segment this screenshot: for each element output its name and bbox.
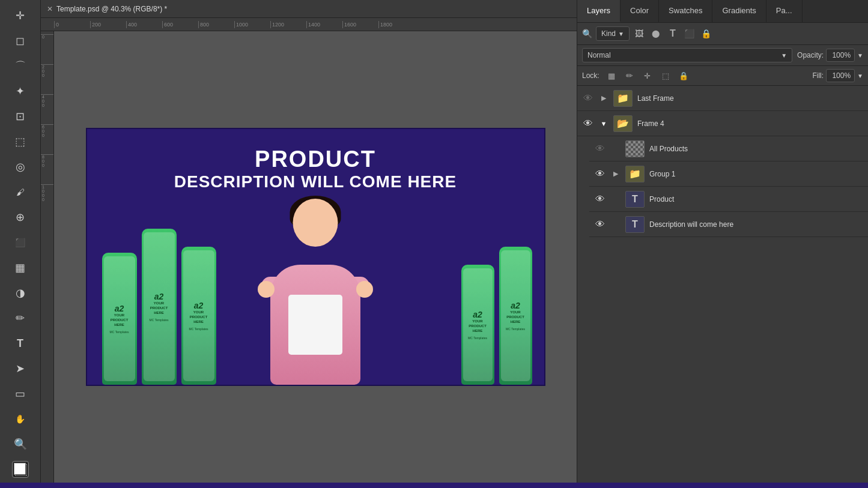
canvas-viewport[interactable]: PRODUCT DESCRIPTION WILL COME HERE a2 YO… <box>54 31 577 483</box>
tab-color[interactable]: Color <box>621 0 659 22</box>
blend-mode-value: Normal <box>587 51 611 59</box>
fill-input[interactable]: 100% <box>826 69 855 82</box>
move-tool[interactable]: ✛ <box>10 5 31 26</box>
filter-shape-icon[interactable]: ⬛ <box>684 28 696 40</box>
lock-all-icon[interactable]: 🔒 <box>678 70 690 82</box>
bag-2: a2 YOURPRODUCTHERE MC Templates <box>142 229 177 385</box>
layer-item-frame-4[interactable]: 👁 ▼ 📂 Frame 4 <box>577 111 868 136</box>
lock-row: Lock: ▦ ✏ ✛ ⬚ 🔒 Fill: 100% ▼ <box>577 66 868 86</box>
opacity-chevron-icon[interactable]: ▼ <box>857 52 863 59</box>
side-ruler: 0 200 400 600 800 1000 <box>41 31 54 483</box>
canvas-with-side-ruler: 0 200 400 600 800 1000 PRODUCT DESCRIPTI… <box>41 31 577 483</box>
canvas-area: ✕ Template.psd @ 40.3% (RGB/8*) * 0 200 … <box>41 0 577 483</box>
brush-tool[interactable]: 🖌 <box>10 181 31 203</box>
layer-thumbnail-text: T <box>625 216 645 233</box>
side-ruler-mark: 400 <box>41 94 53 124</box>
filter-pixel-icon[interactable]: 🖼 <box>633 28 645 40</box>
layer-expand-icon[interactable]: ▶ <box>599 94 609 103</box>
side-ruler-mark: 600 <box>41 124 53 154</box>
tab-pa[interactable]: Pa... <box>766 0 803 22</box>
layer-thumbnail-folder: 📂 <box>613 115 633 132</box>
ruler-mark: 1400 <box>306 21 342 28</box>
opacity-input[interactable]: 100% <box>826 49 855 62</box>
clone-tool[interactable]: ⊕ <box>10 206 31 228</box>
type-tool[interactable]: T <box>10 333 31 354</box>
crop-tool[interactable]: ⊡ <box>10 106 31 127</box>
bag-r1: a2 YOURPRODUCTHERE MC Templates <box>461 265 494 385</box>
lock-label: Lock: <box>582 71 599 80</box>
blend-mode-dropdown[interactable]: Normal ▼ <box>582 48 792 62</box>
layer-visibility-toggle[interactable]: 👁 <box>594 168 606 180</box>
canvas-text-overlay: PRODUCT DESCRIPTION WILL COME HERE <box>87 147 544 191</box>
layer-thumbnail-smart <box>625 140 645 157</box>
layer-item-all-products[interactable]: 👁 ▶ All Products <box>589 136 868 161</box>
dodge-tool[interactable]: ◑ <box>10 282 31 304</box>
opacity-label: Opacity: <box>797 51 824 59</box>
document-tab-bar: ✕ Template.psd @ 40.3% (RGB/8*) * <box>41 0 577 18</box>
filter-smart-icon[interactable]: 🔒 <box>700 28 712 40</box>
left-bags-group: a2 YOURPRODUCTHERE MC Templates a2 YOURP… <box>102 217 216 385</box>
layer-visibility-toggle[interactable]: 👁 <box>594 218 606 230</box>
tab-gradients[interactable]: Gradients <box>712 0 766 22</box>
path-select-tool[interactable]: ➤ <box>10 358 31 379</box>
layer-name: Frame 4 <box>637 119 863 128</box>
side-ruler-mark: 1000 <box>41 184 53 214</box>
gradient-tool[interactable]: ▦ <box>10 257 31 279</box>
lock-image-pixels-icon[interactable]: ✏ <box>624 70 636 82</box>
filter-icons-group: 🖼 ⬤ T ⬛ 🔒 <box>633 28 712 40</box>
blend-mode-row: Normal ▼ Opacity: 100% ▼ <box>577 45 868 66</box>
eyedropper-tool[interactable]: ⬚ <box>10 131 31 152</box>
layer-expand-icon[interactable]: ▶ <box>611 169 621 179</box>
fill-chevron-icon[interactable]: ▼ <box>857 73 863 79</box>
layer-name: All Products <box>649 145 863 153</box>
magic-wand-tool[interactable]: ✦ <box>10 80 31 102</box>
filter-adjustment-icon[interactable]: ⬤ <box>650 28 662 40</box>
top-area: ✛ ◻ ⌒ ✦ ⊡ ⬚ ◎ 🖌 ⊕ ⬛ ▦ ◑ ✏ T ➤ ▭ ✋ 🔍 ✕ Te… <box>0 0 868 483</box>
tab-close-button[interactable]: ✕ <box>47 5 53 13</box>
panel-tabs: Layers Color Swatches Gradients Pa... <box>577 0 868 23</box>
layer-item-last-frame[interactable]: 👁 ▶ 📁 Last Frame <box>577 86 868 111</box>
layer-name: Last Frame <box>637 94 863 103</box>
chevron-down-icon: ▼ <box>618 31 624 37</box>
hand-tool[interactable]: ✋ <box>10 408 31 430</box>
lock-position-icon[interactable]: ✛ <box>642 70 654 82</box>
layers-panel: 🔍 Kind ▼ 🖼 ⬤ T ⬛ 🔒 Normal ▼ <box>577 23 868 483</box>
ruler-mark: 1600 <box>342 21 378 28</box>
lock-transparent-pixels-icon[interactable]: ▦ <box>605 70 618 82</box>
folder-open-icon: 📂 <box>617 118 629 129</box>
layer-item-group-1[interactable]: 👁 ▶ 📁 Group 1 <box>589 161 868 187</box>
layer-thumbnail-text: T <box>625 191 645 208</box>
layer-item-product[interactable]: 👁 ▶ T Product <box>589 187 868 212</box>
lock-artboard-icon[interactable]: ⬚ <box>660 70 672 82</box>
side-ruler-mark: 0 <box>41 34 53 64</box>
foreground-color[interactable] <box>12 461 29 478</box>
marquee-tool[interactable]: ◻ <box>10 30 31 52</box>
folder-icon: 📁 <box>617 92 629 104</box>
tab-layers[interactable]: Layers <box>577 0 621 22</box>
ruler-marks: 0 200 400 600 800 1000 1200 1400 1600 18… <box>54 21 414 28</box>
lasso-tool[interactable]: ⌒ <box>10 55 31 77</box>
layer-visibility-toggle[interactable]: 👁 <box>582 118 594 130</box>
layer-visibility-toggle[interactable]: 👁 <box>582 92 594 104</box>
layer-visibility-toggle[interactable]: 👁 <box>594 143 606 155</box>
shape-tool[interactable]: ▭ <box>10 383 31 405</box>
ruler-mark: 0 <box>54 21 90 28</box>
bottom-promo-area: FREE CUSTOMIZABLE Ps <box>0 483 868 488</box>
folder-icon: 📁 <box>629 168 641 179</box>
filter-type-icon[interactable]: T <box>667 28 679 40</box>
document-tab-title[interactable]: Template.psd @ 40.3% (RGB/8*) * <box>56 5 167 13</box>
layer-name: Description will come here <box>649 220 863 229</box>
side-ruler-mark: 200 <box>41 64 53 94</box>
zoom-tool[interactable]: 🔍 <box>10 433 31 455</box>
layer-item-description[interactable]: 👁 ▶ T Description will come here <box>589 212 868 237</box>
bag-1: a2 YOURPRODUCTHERE MC Templates <box>102 253 137 385</box>
ruler-mark: 1200 <box>270 21 306 28</box>
pen-tool[interactable]: ✏ <box>10 307 31 329</box>
eraser-tool[interactable]: ⬛ <box>10 232 31 253</box>
tab-swatches[interactable]: Swatches <box>659 0 712 22</box>
fill-control: Fill: 100% ▼ <box>812 69 863 82</box>
layer-visibility-toggle[interactable]: 👁 <box>594 193 606 205</box>
layer-expand-icon[interactable]: ▼ <box>599 119 609 128</box>
filter-kind-dropdown[interactable]: Kind ▼ <box>596 26 630 41</box>
spot-heal-tool[interactable]: ◎ <box>10 156 31 178</box>
